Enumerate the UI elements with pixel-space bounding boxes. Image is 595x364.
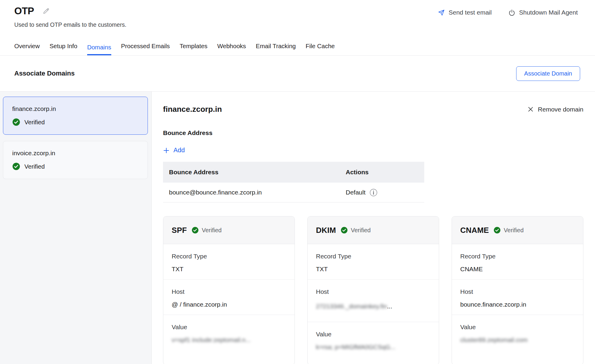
cname-card-title: CNAME (460, 226, 489, 235)
value-label: Value (316, 330, 430, 338)
bounce-address-table: Bounce Address Actions bounce@bounce.fin… (163, 162, 424, 203)
edit-pencil-icon[interactable] (43, 8, 50, 15)
dkim-host-ellipsis: ... (387, 303, 392, 310)
page-title: OTP (14, 5, 34, 17)
domain-name: invoice.zcorp.in (12, 150, 139, 157)
tab-file-cache[interactable]: File Cache (306, 43, 335, 55)
domain-name: finance.zcorp.in (12, 105, 139, 112)
shutdown-mail-agent-button[interactable]: Shutdown Mail Agent (508, 9, 578, 16)
associate-domains-header: Associate Domains Associate Domain (0, 56, 595, 92)
verified-check-icon (12, 162, 20, 170)
bounce-address-value: bounce@bounce.finance.zcorp.in (169, 189, 346, 196)
cname-record-type-value: CNAME (460, 265, 575, 273)
send-icon (438, 9, 445, 16)
info-icon[interactable] (369, 189, 378, 197)
add-bounce-address-button[interactable]: Add (163, 147, 185, 154)
value-label: Value (172, 323, 286, 331)
domains-content: finance.zcorp.in Verified invoice.zcorp.… (0, 92, 595, 364)
record-type-label: Record Type (316, 252, 430, 261)
tab-bar: Overview Setup Info Domains Processed Em… (0, 42, 595, 56)
mail-agent-page: OTP Used to send OTP emails to the custo… (0, 0, 595, 364)
domain-list-sidebar: finance.zcorp.in Verified invoice.zcorp.… (0, 92, 152, 364)
verified-check-icon (341, 227, 348, 234)
cname-value-redacted: cluster89.zeptomail.com (460, 336, 527, 343)
dkim-value-redacted: k=rsa; p=MIGfMA0GCSqG... (316, 343, 395, 350)
dkim-card-title: DKIM (316, 226, 336, 235)
domain-status-label: Verified (24, 163, 45, 170)
record-type-label: Record Type (460, 252, 575, 261)
host-label: Host (316, 287, 430, 296)
verified-check-icon (192, 227, 199, 234)
header-actions: Send test email Shutdown Mail Agent (438, 9, 578, 16)
remove-domain-button[interactable]: Remove domain (527, 106, 583, 113)
spf-record-card: SPF Verified Record Type TXT Host (163, 216, 295, 364)
bounce-table-header: Bounce Address Actions (163, 162, 424, 183)
spf-card-title: SPF (172, 226, 187, 235)
dkim-record-type-value: TXT (316, 265, 430, 273)
domain-list-item-finance[interactable]: finance.zcorp.in Verified (3, 97, 148, 135)
tab-setup-info[interactable]: Setup Info (49, 43, 77, 55)
dkim-record-card: DKIM Verified Record Type TXT Hos (307, 216, 439, 364)
verified-check-icon (494, 227, 501, 234)
bounce-address-heading: Bounce Address (163, 129, 583, 136)
plus-icon (163, 147, 170, 154)
associate-domains-title: Associate Domains (14, 70, 75, 77)
domain-status-label: Verified (24, 119, 45, 126)
tab-webhooks[interactable]: Webhooks (217, 43, 246, 55)
domain-detail-panel: finance.zcorp.in Remove domain Bounce Ad… (152, 92, 595, 364)
page-subtitle: Used to send OTP emails to the customers… (14, 21, 126, 28)
page-header: OTP Used to send OTP emails to the custo… (0, 0, 595, 42)
verified-check-icon (12, 118, 20, 126)
cname-record-card: CNAME Verified Record Type CNAME (452, 216, 583, 364)
record-type-label: Record Type (172, 252, 286, 261)
dkim-host-redacted: 27213346._domainkey.fin (316, 303, 387, 310)
spf-value-redacted: v=spf1 include:zeptomail.n... (172, 336, 251, 343)
bounce-table-row: bounce@bounce.finance.zcorp.in Default (163, 183, 424, 203)
host-label: Host (172, 287, 286, 296)
dns-records-grid: SPF Verified Record Type TXT Host (163, 216, 583, 364)
spf-status-label: Verified (202, 227, 222, 234)
cname-host-value: bounce.finance.zcorp.in (460, 300, 575, 309)
send-test-email-button[interactable]: Send test email (438, 9, 492, 16)
tab-domains[interactable]: Domains (87, 44, 111, 55)
column-actions: Actions (346, 169, 424, 176)
tab-overview[interactable]: Overview (14, 43, 40, 55)
shutdown-mail-agent-label: Shutdown Mail Agent (519, 9, 578, 16)
add-label: Add (173, 147, 185, 154)
selected-domain-title: finance.zcorp.in (163, 105, 222, 114)
tab-templates[interactable]: Templates (180, 43, 207, 55)
tab-email-tracking[interactable]: Email Tracking (256, 43, 296, 55)
send-test-email-label: Send test email (449, 9, 492, 16)
tab-processed-emails[interactable]: Processed Emails (121, 43, 170, 55)
column-bounce-address: Bounce Address (169, 169, 346, 176)
cname-status-label: Verified (504, 227, 524, 234)
spf-record-type-value: TXT (172, 265, 286, 273)
bounce-action-label: Default (346, 189, 366, 196)
power-icon (508, 9, 515, 16)
spf-host-value: @ / finance.zcorp.in (172, 300, 286, 309)
domain-list-item-invoice[interactable]: invoice.zcorp.in Verified (3, 141, 148, 179)
remove-domain-label: Remove domain (538, 106, 583, 113)
value-label: Value (460, 323, 575, 331)
host-label: Host (460, 287, 575, 296)
dkim-status-label: Verified (351, 227, 371, 234)
associate-domain-button[interactable]: Associate Domain (516, 66, 580, 81)
close-icon (527, 106, 534, 112)
